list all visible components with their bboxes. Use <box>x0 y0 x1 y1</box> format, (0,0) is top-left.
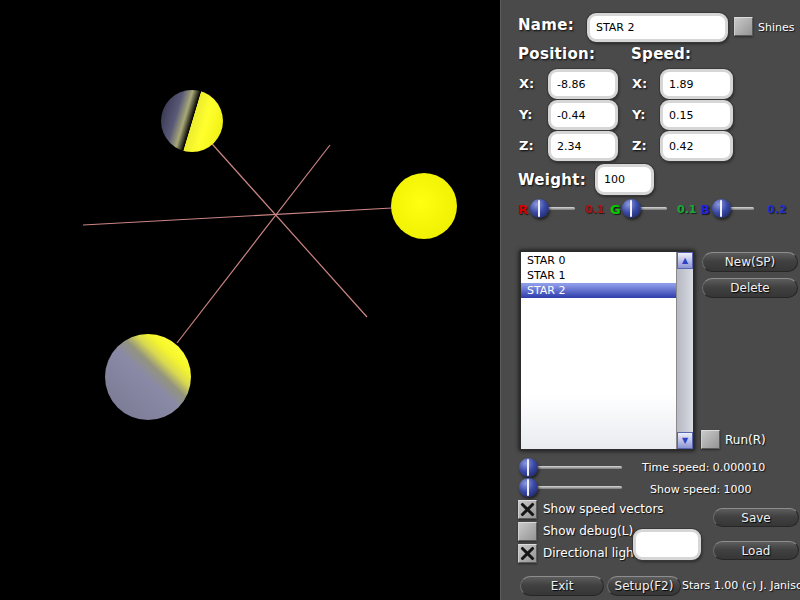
light-color-box[interactable] <box>633 529 701 560</box>
save-button[interactable]: Save <box>713 508 799 527</box>
position-z-label: Z: <box>519 138 534 153</box>
star-sphere <box>105 334 191 420</box>
red-slider-label: R <box>518 202 528 217</box>
red-slider-value: 0.1 <box>585 203 605 216</box>
setup-button[interactable]: Setup(F2) <box>607 576 681 596</box>
star-sphere <box>161 90 223 152</box>
position-z-input[interactable] <box>548 131 618 161</box>
green-slider-label: G <box>610 202 621 217</box>
weight-label: Weight: <box>518 171 586 189</box>
blue-slider-value: 0.2 <box>767 203 787 216</box>
list-item[interactable]: STAR 2 <box>521 283 676 298</box>
blue-slider-label: B <box>700 202 710 217</box>
star-list-items: STAR 0STAR 1STAR 2 <box>521 253 676 449</box>
copyright-text: Stars 1.00 (c) J. Janisch <box>682 579 800 592</box>
shines-label: Shines <box>758 21 794 34</box>
star-sphere <box>391 173 457 239</box>
new-star-button[interactable]: New(SP) <box>702 252 798 272</box>
arrow-down-icon: ▼ <box>682 436 688 445</box>
run-label: Run(R) <box>725 433 766 447</box>
green-slider-knob[interactable] <box>622 199 641 218</box>
space-view <box>0 0 500 600</box>
show-speed-label: Show speed: 1000 <box>650 483 752 496</box>
speed-y-label: Y: <box>632 107 645 122</box>
show-speed-vectors-checkbox[interactable] <box>518 500 537 519</box>
blue-slider-knob[interactable] <box>712 199 731 218</box>
position-y-label: Y: <box>519 107 532 122</box>
run-checkbox[interactable] <box>701 430 720 449</box>
red-slider-knob[interactable] <box>530 199 549 218</box>
speed-header: Speed: <box>631 45 691 63</box>
time-speed-knob[interactable] <box>519 458 538 477</box>
exit-button[interactable]: Exit <box>520 576 604 596</box>
speed-vector-line <box>83 208 392 225</box>
list-item[interactable]: STAR 1 <box>521 268 676 283</box>
position-header: Position: <box>518 45 595 63</box>
load-button[interactable]: Load <box>713 541 799 560</box>
speed-x-input[interactable] <box>660 69 733 99</box>
scroll-up-button[interactable]: ▲ <box>677 252 693 269</box>
name-label: Name: <box>518 16 574 34</box>
green-slider-value: 0.1 <box>677 203 697 216</box>
show-speed-knob[interactable] <box>519 478 538 497</box>
arrow-up-icon: ▲ <box>682 256 688 265</box>
name-input[interactable] <box>587 13 728 42</box>
speed-vector-line <box>205 136 367 317</box>
position-y-input[interactable] <box>548 100 618 130</box>
show-debug-checkbox[interactable] <box>518 522 537 541</box>
position-x-input[interactable] <box>548 69 618 99</box>
speed-vector-line <box>177 145 330 343</box>
shines-checkbox[interactable] <box>734 17 753 36</box>
speed-y-input[interactable] <box>660 100 733 130</box>
speed-z-input[interactable] <box>660 131 733 161</box>
control-panel: Name: Shines Position: Speed: X: X: Y: Y… <box>500 0 800 600</box>
star-list-scrollbar[interactable]: ▲ ▼ <box>676 252 693 449</box>
directional-light-checkbox[interactable] <box>518 544 537 563</box>
show-speed-vectors-label: Show speed vectors <box>543 502 664 516</box>
app-window: Name: Shines Position: Speed: X: X: Y: Y… <box>0 0 800 600</box>
scroll-down-button[interactable]: ▼ <box>677 432 693 449</box>
star-list: STAR 0STAR 1STAR 2 ▲ ▼ <box>519 250 695 451</box>
delete-star-button[interactable]: Delete <box>702 278 798 298</box>
position-x-label: X: <box>519 76 534 91</box>
time-speed-label: Time speed: 0.000010 <box>642 461 765 474</box>
list-item[interactable]: STAR 0 <box>521 253 676 268</box>
speed-z-label: Z: <box>632 138 647 153</box>
show-debug-label: Show debug(L) <box>543 524 633 538</box>
speed-x-label: X: <box>632 76 647 91</box>
directional-light-label: Directional light <box>543 546 638 560</box>
weight-input[interactable] <box>595 164 654 195</box>
